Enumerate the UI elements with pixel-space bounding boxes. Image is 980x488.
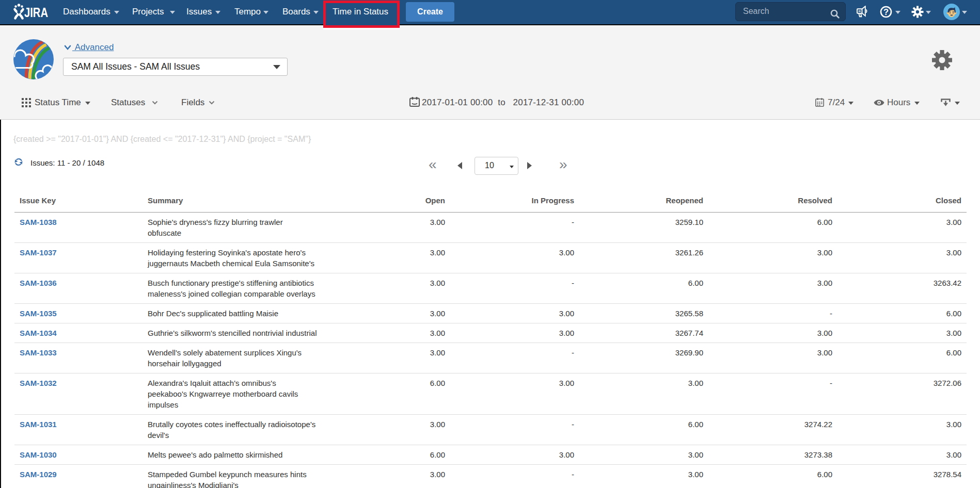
svg-text:JIRA: JIRA (24, 5, 48, 20)
svg-text:?: ? (883, 7, 889, 17)
